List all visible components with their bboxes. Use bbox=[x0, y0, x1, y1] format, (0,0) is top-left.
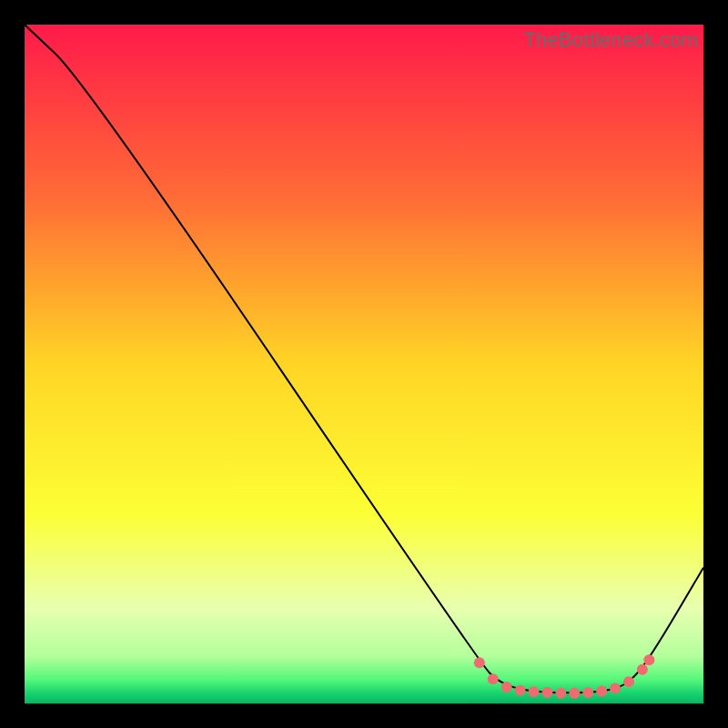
curve-marker bbox=[501, 682, 512, 693]
chart-gradient-background bbox=[25, 25, 703, 703]
watermark-text: TheBottleneck.com bbox=[523, 28, 698, 52]
curve-marker bbox=[596, 686, 607, 697]
curve-marker bbox=[488, 673, 499, 684]
curve-marker bbox=[637, 664, 648, 675]
curve-marker bbox=[582, 687, 593, 698]
curve-marker bbox=[643, 654, 654, 665]
curve-marker bbox=[529, 686, 540, 697]
curve-marker bbox=[515, 685, 526, 696]
chart-frame: TheBottleneck.com bbox=[25, 25, 703, 703]
bottleneck-chart bbox=[25, 25, 703, 703]
curve-marker bbox=[610, 683, 621, 694]
curve-marker bbox=[569, 688, 580, 699]
curve-marker bbox=[623, 676, 634, 687]
curve-marker bbox=[474, 657, 485, 668]
curve-marker bbox=[555, 688, 566, 699]
curve-marker bbox=[541, 687, 552, 698]
